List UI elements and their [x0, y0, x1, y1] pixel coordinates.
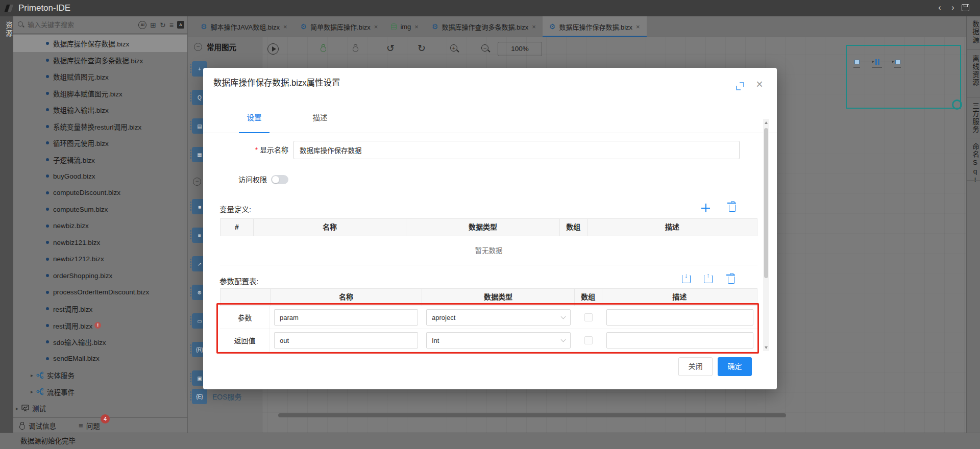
run-icon[interactable]	[267, 43, 279, 55]
close-tab-icon[interactable]: ×	[374, 23, 378, 31]
tree-item-file[interactable]: computeDiscount.bizx	[13, 185, 187, 202]
import-params-icon[interactable]: ↓	[682, 275, 691, 283]
redo-icon[interactable]: ↻	[418, 43, 426, 54]
tree-item-file[interactable]: buyGood.bizx	[13, 168, 187, 185]
close-tab-icon[interactable]: ×	[532, 23, 536, 31]
debug-run-icon[interactable]	[320, 44, 327, 52]
tree-item-file[interactable]: sendEMail.bizx	[13, 351, 187, 367]
tree-item-file[interactable]: 数组赋值图元.bizx	[13, 68, 187, 85]
tree-item-folder[interactable]: ▸实体服务	[13, 367, 187, 384]
delete-param-icon[interactable]	[728, 277, 734, 284]
debug-step-icon[interactable]	[352, 44, 359, 52]
cube-add-icon[interactable]: ⊞	[150, 21, 156, 29]
search-bar: AI ⊞ ↻ ≡ A	[13, 16, 187, 34]
close-icon[interactable]: ×	[753, 78, 766, 91]
refresh-icon[interactable]: ↻	[160, 21, 166, 29]
delete-variable-icon[interactable]	[729, 205, 736, 212]
debug-bug-icon	[18, 421, 26, 430]
tree-item-label: 系统变量替换resturl调用.bizx	[53, 121, 141, 132]
save-icon[interactable]	[962, 4, 969, 11]
access-permission-toggle[interactable]	[271, 175, 288, 184]
translate-doc-icon[interactable]: A	[177, 21, 184, 29]
tree-item-file[interactable]: 系统变量替换resturl调用.bizx	[13, 118, 187, 135]
rail-tab-4[interactable]: 命名Sql	[967, 143, 980, 185]
param-desc-input[interactable]	[606, 332, 753, 348]
tree-item-label: computeSum.bizx	[53, 206, 108, 213]
rail-tab-3[interactable]: 三方服务	[967, 102, 980, 134]
tree-item-file[interactable]: 数据库操作保存数据.bizx	[13, 35, 187, 52]
chevron-right-icon[interactable]: ▸	[16, 406, 18, 411]
nav-back-icon[interactable]: ‹	[935, 0, 944, 16]
array-checkbox[interactable]	[584, 336, 593, 344]
tree-item-file[interactable]: rest调用.bizx	[13, 301, 187, 317]
tab-settings[interactable]: 设置	[239, 104, 270, 132]
param-type-select[interactable]: aproject	[426, 309, 571, 326]
rail-tab-1[interactable]: 数据源	[967, 20, 980, 44]
scroll-up-icon[interactable]	[763, 119, 769, 126]
editor-tab[interactable]: img×	[384, 16, 425, 37]
editor-tab[interactable]: ⚙简单数据库操作.bizx×	[293, 16, 384, 37]
close-tab-icon[interactable]: ×	[283, 23, 287, 31]
rail-tab-2[interactable]: 离线资源	[967, 55, 980, 87]
display-name-input[interactable]	[293, 141, 740, 159]
palette-item-eos[interactable]: {E} EOS服务	[192, 389, 242, 404]
minimap-resize-handle[interactable]	[952, 99, 962, 110]
nav-forward-icon[interactable]: ›	[948, 0, 958, 16]
flow-node-label	[853, 67, 860, 68]
minimap[interactable]	[846, 45, 961, 109]
editor-tab[interactable]: ⚙脚本操作JAVA数组.bizx×	[194, 16, 293, 37]
tree-item-file[interactable]: 循环图元使用.bizx	[13, 135, 187, 152]
close-tab-icon[interactable]: ×	[636, 23, 640, 31]
palette-header[interactable]: − 常用图元	[194, 41, 236, 52]
tree-item-file[interactable]: processOrderItemDiscount.bizx	[13, 284, 187, 301]
tree-item-file[interactable]: 数据库操作查询多条数据.bizx	[13, 52, 187, 69]
dialog-scrollbar[interactable]	[763, 119, 769, 351]
tree-item-label: 子逻辑流.bizx	[53, 155, 95, 165]
list-sort-icon[interactable]: ≡	[169, 21, 174, 29]
tree-item-folder[interactable]: ▸流程事件	[13, 384, 187, 401]
param-type-select[interactable]: Int	[426, 332, 571, 348]
zoom-level[interactable]: 100%	[498, 42, 542, 56]
tree-item-file[interactable]: newbiz.bizx	[13, 218, 187, 235]
undo-icon[interactable]: ↺	[386, 43, 395, 54]
ok-button[interactable]: 确定	[718, 357, 752, 376]
chevron-right-icon[interactable]: ▸	[31, 389, 33, 394]
search-input[interactable]	[28, 21, 135, 29]
param-row: 返回值Int	[220, 329, 757, 352]
expand-icon[interactable]	[736, 82, 744, 90]
param-desc-input[interactable]	[606, 309, 753, 326]
close-button[interactable]: 关闭	[678, 357, 713, 376]
tree-item-file[interactable]: 子逻辑流.bizx	[13, 152, 187, 168]
tree-item-file[interactable]: newbiz1212.bizx	[13, 251, 187, 268]
tab-debug-info[interactable]: 调试信息	[18, 420, 56, 431]
editor-tab[interactable]: ⚙数据库操作保存数据.bizx×	[543, 16, 647, 37]
chart-icon	[21, 405, 29, 412]
ai-icon[interactable]: AI	[138, 21, 146, 29]
tree-item-file[interactable]: newbiz121.bizx	[13, 234, 187, 251]
tree-item-file[interactable]: orderShopping.bizx	[13, 267, 187, 284]
rail-tab-resources[interactable]: 资源	[0, 21, 13, 38]
chevron-right-icon[interactable]: ▸	[31, 372, 33, 378]
tree-item-file[interactable]: 数组输入输出.bizx	[13, 102, 187, 118]
tree-item-file[interactable]: sdo输入输出.bizx	[13, 334, 187, 351]
export-params-icon[interactable]: ↑	[704, 275, 713, 283]
horizontal-scrollbar[interactable]	[278, 413, 786, 417]
add-variable-icon[interactable]	[701, 204, 710, 212]
tree-item-file[interactable]: rest调用.bizx!	[13, 317, 187, 334]
collapse-section-icon[interactable]: −	[193, 178, 201, 186]
editor-tab[interactable]: ⚙数据库操作查询多条数据.bizx×	[425, 16, 543, 37]
scroll-down-icon[interactable]	[763, 344, 769, 351]
tree-item-folder[interactable]: ▸测试	[13, 400, 187, 416]
param-name-input[interactable]	[274, 332, 418, 348]
close-tab-icon[interactable]: ×	[414, 23, 419, 31]
param-name-input[interactable]	[274, 309, 418, 326]
tab-issues[interactable]: ≡ 问题	[79, 420, 100, 431]
array-checkbox[interactable]	[584, 313, 593, 321]
resource-e-icon: {E}	[192, 389, 207, 404]
tree-item-file[interactable]: computeSum.bizx	[13, 201, 187, 218]
scrollbar-thumb[interactable]	[764, 128, 768, 278]
collapse-icon[interactable]: −	[194, 43, 202, 51]
file-bullet-icon	[46, 125, 49, 128]
tab-description[interactable]: 描述	[305, 104, 335, 132]
tree-item-file[interactable]: 数组脚本赋值图元.bizx	[13, 85, 187, 102]
